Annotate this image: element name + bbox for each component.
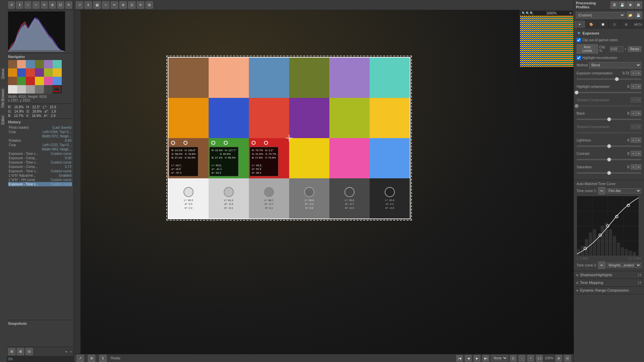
profile-open[interactable]: 📁 — [627, 11, 634, 19]
main-tool-select[interactable]: ⊹ — [102, 1, 109, 9]
tone-curve-box[interactable] — [577, 196, 639, 256]
history-item-photo-loaded[interactable]: Photo loaded (Last Saved) — [8, 125, 72, 130]
zoom-close[interactable]: ✕ — [569, 11, 572, 15]
history-item-crop2-cont[interactable]: Width=983, Heigh... — [8, 147, 72, 152]
contrast-thumb[interactable] — [607, 158, 611, 162]
exp-comp-slider-container[interactable] — [577, 77, 641, 81]
black-minus[interactable]: − — [631, 111, 636, 116]
history-item-exp-tone1[interactable]: Exposure - Tone c... Custom curve — [8, 152, 72, 156]
right-icon-paste[interactable]: ⊞ — [635, 1, 642, 9]
left-bottom-tool2[interactable]: ⊠ — [17, 348, 24, 355]
color-cell-orange[interactable] — [168, 98, 209, 138]
nav-next[interactable]: ▶ — [474, 355, 480, 362]
hl-comp-slider[interactable] — [577, 90, 641, 95]
exp-comp-slider-thumb[interactable] — [615, 77, 619, 81]
right-tab-color[interactable]: 🎨 — [586, 20, 597, 28]
tool-rotate-left[interactable]: ↺ — [8, 1, 15, 9]
main-tool-transform[interactable]: ⊡ — [128, 1, 136, 9]
saturation-plus[interactable]: + — [636, 164, 641, 170]
color-cell-white[interactable]: L*: 96.5a*: 0.0b*: 2.3 — [168, 178, 209, 219]
history-item-lab-adj[interactable]: L*a*b* Adjustme... Enabled — [8, 173, 72, 178]
status-export-btn[interactable]: ↗ — [76, 355, 84, 362]
black-plus[interactable]: + — [636, 111, 641, 116]
zoom-out[interactable]: − — [519, 355, 525, 362]
black-slider[interactable] — [577, 117, 641, 121]
main-tool-eyedrop[interactable]: ⊕ — [119, 1, 127, 9]
color-cell-brown[interactable] — [168, 58, 209, 98]
tool-info[interactable]: ℹ — [16, 1, 23, 9]
main-tool-info[interactable]: ℹ — [85, 1, 92, 9]
tone-mapping-section[interactable]: ▶ Tone Mapping 14 — [574, 279, 644, 287]
reset-btn[interactable]: Reset — [628, 46, 641, 52]
main-tool-export[interactable]: ↗ — [76, 1, 83, 9]
color-cell-cyan[interactable] — [370, 58, 410, 98]
hl-comp-minus[interactable]: − — [631, 84, 636, 89]
main-tool-extra[interactable]: ⊞ — [146, 1, 153, 9]
clip-gamut-checkbox[interactable] — [577, 38, 581, 42]
lightness-thumb[interactable] — [607, 144, 611, 148]
tool-crop[interactable]: ⊡ — [57, 1, 64, 9]
lightness-minus[interactable]: − — [631, 137, 636, 143]
tool-rotate[interactable]: ↻ — [65, 1, 72, 9]
color-cell-purple[interactable] — [289, 98, 329, 138]
history-item-crop1-cont[interactable]: Width=972, Heigh... — [8, 134, 72, 138]
tool-pen[interactable]: ✏ — [41, 1, 48, 9]
nav-first[interactable]: |◀ — [456, 355, 463, 362]
color-cell-yellow2[interactable] — [289, 138, 329, 178]
tool-display[interactable]: □ — [24, 1, 31, 9]
saturation-thumb[interactable] — [607, 171, 611, 175]
right-icon-list[interactable]: ☰ — [610, 1, 618, 9]
color-cell-cobalt[interactable] — [209, 98, 249, 138]
hl-comp-plus[interactable]: + — [636, 84, 641, 89]
filebrowser-tab[interactable]: File Browser — [0, 87, 6, 109]
contrast-minus[interactable]: − — [631, 151, 636, 156]
auto-levels-btn[interactable]: Auto Levels — [577, 44, 598, 54]
bottom-left-remove[interactable]: − — [70, 350, 72, 354]
zoom-fit[interactable]: ⊡ — [510, 355, 517, 362]
queue-tab[interactable]: Queue — [0, 67, 6, 80]
tool-select[interactable]: ⊹ — [33, 1, 39, 9]
color-cell-lime[interactable] — [329, 98, 370, 138]
history-item-exp-comp2[interactable]: Exposure - Comp... 0.72 — [8, 165, 72, 169]
hl-comp-thumb[interactable] — [575, 90, 579, 95]
color-cell-blue[interactable] — [249, 58, 289, 98]
none-selector[interactable]: None — [491, 355, 508, 361]
history-item-exp-tone4[interactable]: Exposure - Tone c... Custom curve — [8, 182, 72, 186]
contrast-slider[interactable] — [577, 158, 641, 162]
saturation-slider[interactable] — [577, 171, 641, 175]
shadows-highlights-section[interactable]: ▶ Shadows/Highlights 14 — [574, 271, 644, 279]
color-cell-dgray[interactable]: L*: 50.8a*: -0.3b*: 0.8 — [289, 178, 329, 219]
right-tab-raw[interactable]: ⊞ — [621, 20, 632, 28]
right-tab-exposure[interactable]: ☀ — [574, 20, 586, 28]
status-nav-btn[interactable]: ⊞ — [88, 355, 95, 362]
exp-comp-plus[interactable]: + — [636, 70, 641, 76]
shadow-comp-minus[interactable]: − — [631, 97, 636, 103]
main-tool-pen[interactable]: ✏ — [111, 1, 118, 9]
right-tab-detail[interactable]: 🔲 — [597, 20, 609, 28]
exposure-expand-arrow[interactable]: ▼ — [577, 31, 581, 36]
color-cell-olive[interactable] — [289, 58, 329, 98]
history-item-exp-comp1[interactable]: Exposure - Comp... 0.00 — [8, 156, 72, 160]
dual-view[interactable]: ⊟ — [564, 355, 571, 362]
saturation-minus[interactable]: − — [631, 164, 636, 170]
curve1-edit[interactable]: ✏ — [598, 187, 605, 194]
shadow-comp-plus[interactable]: + — [636, 97, 641, 103]
contrast-plus[interactable]: + — [636, 151, 641, 156]
tool-eyedropper[interactable]: ⊕ — [49, 1, 56, 9]
curve2-select[interactable]: Weighte...andard — [607, 263, 641, 268]
right-icon-save[interactable]: 💾 — [619, 1, 626, 9]
color-cell-brown2[interactable]: R: 14.1% H: 226.6° G: 58.0% S: 78.8% B: … — [168, 138, 209, 178]
color-cell-green2[interactable]: R: 22.4% H: 127.7° S: 60.9% B: 27.1% V: … — [209, 138, 249, 178]
nav-last[interactable]: ▶| — [482, 355, 489, 362]
color-cell-red2[interactable]: R: 75.7% H: 3.2° G: 21.6% S: 75.7% B: 17… — [249, 138, 289, 178]
status-info-btn[interactable]: ℹ — [99, 355, 107, 362]
color-cell-skyblue[interactable] — [370, 138, 410, 178]
right-tab-meta[interactable]: META — [632, 20, 644, 28]
color-cell-yellow[interactable] — [370, 98, 410, 138]
main-tool-rotate[interactable]: ↻ — [137, 1, 144, 9]
history-item-lab-hh[interactable]: L*a*b* - HH curve Custom curve — [8, 178, 72, 182]
clip-value-input[interactable] — [610, 46, 623, 52]
method-select[interactable]: Blend — [589, 62, 641, 68]
history-item-crop2[interactable]: Crop Left=1333, Top=3... — [8, 143, 72, 147]
color-cell-mgray[interactable]: L*: 66.7a*: -0.7b*: 0.1 — [249, 178, 289, 219]
